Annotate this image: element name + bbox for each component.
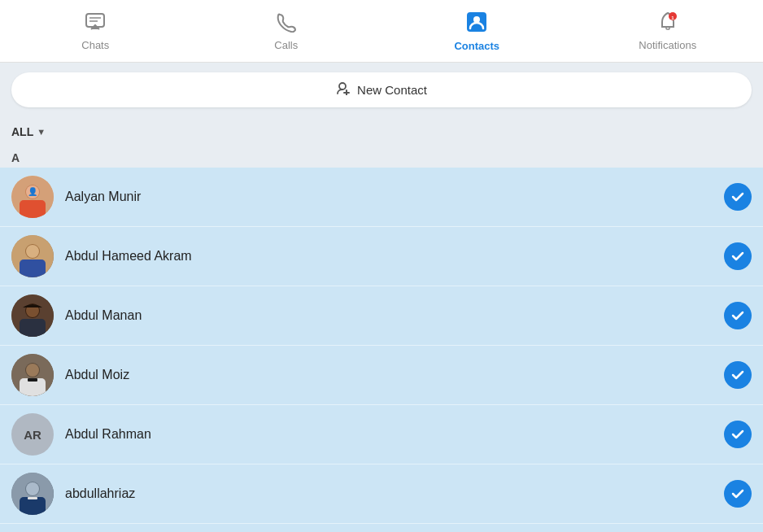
svg-text:👤: 👤: [28, 186, 38, 197]
chats-icon: [85, 11, 106, 36]
svg-rect-37: [20, 497, 46, 515]
contact-name-abdul-hameed-akram: Abdul Hameed Akram: [65, 249, 713, 264]
avatar-abdul-hameed-akram: [11, 235, 54, 277]
new-contact-button[interactable]: New Contact: [11, 72, 752, 107]
avatar-abdul-rahman: AR: [11, 413, 54, 456]
nav-item-calls[interactable]: Calls: [191, 0, 382, 62]
avatar-abdul-moiz: [11, 354, 54, 396]
svg-point-36: [26, 482, 39, 495]
top-navigation: Chats Calls Contacts 1 N: [0, 0, 763, 63]
new-contact-label: New Contact: [357, 83, 427, 97]
contact-name-abdul-rahman: Abdul Rahman: [65, 427, 713, 442]
check-button-aalyan-munir[interactable]: [724, 183, 752, 211]
content-area: New Contact ALL ▼ A 👤 Aa: [0, 63, 763, 532]
contact-list: 👤 Aalyan Munir Abdul Hameed Akram: [0, 168, 763, 532]
svg-rect-32: [28, 378, 37, 382]
filter-all-dropdown[interactable]: ALL ▼: [11, 125, 46, 138]
check-button-abdul-moiz[interactable]: [724, 361, 752, 389]
contact-item-abdul-manan[interactable]: Abdul Manan: [0, 286, 763, 346]
avatar-aalyan-munir: 👤: [11, 176, 54, 218]
svg-point-30: [26, 364, 39, 377]
notifications-label: Notifications: [639, 39, 696, 51]
check-button-abdul-manan[interactable]: [724, 302, 752, 329]
check-button-abdul-hameed-akram[interactable]: [724, 242, 752, 270]
section-letter: A: [11, 151, 20, 164]
chevron-down-icon: ▼: [37, 127, 46, 137]
svg-rect-21: [20, 259, 46, 277]
svg-point-20: [26, 245, 39, 258]
contact-name-aalyan-munir: Aalyan Munir: [65, 190, 713, 204]
contact-name-abdul-manan: Abdul Manan: [65, 308, 713, 323]
svg-rect-38: [28, 497, 37, 499]
contact-item-aalyan-munir[interactable]: 👤 Aalyan Munir: [0, 168, 763, 227]
svg-rect-26: [20, 319, 46, 337]
svg-point-8: [339, 83, 346, 89]
search-bar-wrapper: New Contact: [0, 63, 763, 117]
notifications-icon: 1: [657, 11, 678, 36]
section-header-a: A: [0, 143, 763, 168]
contact-name-abdul-moiz: Abdul Moiz: [65, 368, 713, 382]
contacts-icon: [465, 11, 488, 37]
contact-item-abdul-rahman[interactable]: AR Abdul Rahman: [0, 405, 763, 464]
contacts-label: Contacts: [454, 40, 499, 52]
filter-row: ALL ▼: [0, 117, 763, 143]
avatar-abdul-manan: [11, 294, 54, 337]
chats-label: Chats: [81, 39, 109, 51]
nav-item-notifications[interactable]: 1 Notifications: [573, 0, 764, 62]
calls-label: Calls: [274, 39, 298, 51]
avatar-initials-abdul-rahman: AR: [24, 428, 41, 442]
svg-rect-15: [20, 200, 46, 218]
nav-item-chats[interactable]: Chats: [0, 0, 191, 62]
check-button-abdul-rahman[interactable]: [724, 421, 752, 448]
contact-item-abdul-moiz[interactable]: Abdul Moiz: [0, 346, 763, 405]
nav-item-contacts[interactable]: Contacts: [382, 0, 573, 62]
calls-icon: [276, 11, 297, 36]
contact-item-abdul-hameed-akram[interactable]: Abdul Hameed Akram: [0, 227, 763, 286]
check-button-abdullahriaz[interactable]: [724, 480, 752, 508]
contact-name-abdullahriaz: abdullahriaz: [65, 486, 713, 501]
add-contact-icon: [336, 81, 351, 99]
filter-all-label: ALL: [11, 125, 33, 138]
avatar-abdullahriaz: [11, 473, 54, 515]
contact-item-abdullahriaz[interactable]: abdullahriaz: [0, 464, 763, 524]
svg-rect-5: [666, 27, 669, 29]
